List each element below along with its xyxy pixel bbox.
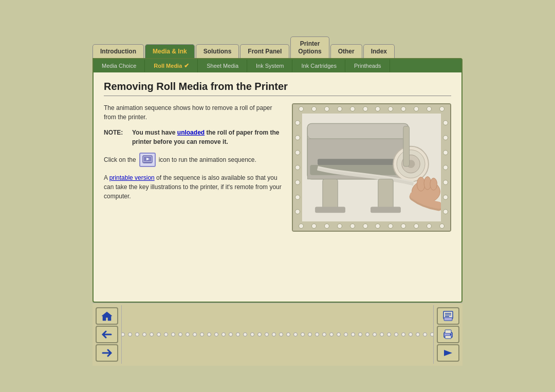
fs-hole <box>293 332 298 337</box>
film-hole <box>324 223 329 229</box>
svg-rect-18 <box>323 179 338 209</box>
fs-hole <box>200 332 204 337</box>
content-area: Removing Roll Media from the Printer The… <box>94 72 461 302</box>
fs-hole <box>214 332 218 337</box>
filmstrip-bar <box>122 327 433 342</box>
animation-icon[interactable] <box>139 153 156 167</box>
sec-tab-sheet-media[interactable]: Sheet Media <box>198 60 247 72</box>
sec-tab-roll-media[interactable]: Roll Media ✔ <box>145 59 198 72</box>
svg-rect-3 <box>144 162 151 163</box>
sec-tab-ink-cartridges[interactable]: Ink Cartridges <box>293 60 345 72</box>
film-hole <box>295 209 300 214</box>
fs-hole <box>409 332 413 337</box>
sec-tab-media-choice[interactable]: Media Choice <box>94 60 145 72</box>
fs-hole <box>272 332 276 337</box>
fs-hole <box>207 332 211 337</box>
film-hole <box>443 165 448 170</box>
empty-space <box>104 232 451 293</box>
film-hole <box>443 135 448 140</box>
fs-hole <box>178 332 182 337</box>
next-button[interactable] <box>437 344 459 362</box>
film-hole <box>443 180 448 185</box>
fs-hole <box>128 332 132 337</box>
content-layout: The animation sequence shows how to remo… <box>104 103 451 232</box>
svg-rect-20 <box>315 207 345 213</box>
film-hole <box>295 195 300 200</box>
film-hole <box>427 223 432 229</box>
film-hole <box>427 106 432 111</box>
print-index-button[interactable] <box>437 307 459 325</box>
back-button[interactable] <box>96 326 118 343</box>
film-hole <box>311 223 317 229</box>
sec-tab-ink-system[interactable]: Ink System <box>248 60 292 72</box>
fs-hole <box>387 332 391 337</box>
svg-point-32 <box>450 333 452 335</box>
film-hole <box>295 120 300 125</box>
film-hole <box>414 223 419 229</box>
fs-hole <box>186 332 190 337</box>
svg-rect-31 <box>445 335 451 339</box>
unloaded-link[interactable]: unloaded <box>177 129 205 136</box>
svg-marker-23 <box>102 312 112 321</box>
film-hole <box>295 180 300 185</box>
film-hole <box>388 223 393 229</box>
svg-rect-21 <box>371 207 401 213</box>
fs-hole <box>236 332 240 337</box>
fs-hole <box>135 332 139 337</box>
fs-hole <box>257 332 262 337</box>
film-hole <box>363 223 368 229</box>
tab-introduction[interactable]: Introduction <box>92 44 144 58</box>
click-before-text: Click on the <box>104 155 136 164</box>
svg-point-17 <box>430 178 437 190</box>
sec-tab-printheads[interactable]: Printheads <box>346 60 390 72</box>
fs-hole <box>243 332 247 337</box>
note-label: NOTE: <box>104 128 127 146</box>
note-text: You must have unloaded the roll of paper… <box>132 128 284 146</box>
film-hole <box>295 165 300 170</box>
tab-printer-options[interactable]: PrinterOptions <box>290 36 329 58</box>
home-button[interactable] <box>96 307 118 325</box>
fs-hole <box>250 332 254 337</box>
film-hole <box>375 106 380 111</box>
tab-front-panel[interactable]: Front Panel <box>240 44 289 58</box>
fs-hole <box>229 332 233 337</box>
tab-solutions[interactable]: Solutions <box>196 44 239 58</box>
fs-hole <box>221 332 226 337</box>
fs-hole <box>337 332 341 337</box>
svg-rect-22 <box>403 126 410 166</box>
film-hole <box>439 223 445 229</box>
fs-hole <box>164 332 168 337</box>
fs-hole <box>265 332 269 337</box>
fs-hole <box>286 332 290 337</box>
svg-rect-28 <box>444 318 452 321</box>
fs-hole <box>344 332 348 337</box>
film-hole <box>311 106 317 111</box>
film-hole <box>414 106 419 111</box>
fs-hole <box>157 332 161 337</box>
click-after-text: icon to run the animation sequence. <box>159 155 256 164</box>
film-strip-left <box>293 114 302 221</box>
tab-media-ink[interactable]: Media & Ink <box>145 44 195 58</box>
film-hole <box>295 135 300 140</box>
fs-hole <box>279 332 283 337</box>
film-hole <box>443 150 448 155</box>
fs-hole <box>171 332 175 337</box>
fs-hole <box>122 332 125 337</box>
fs-hole <box>308 332 312 337</box>
fs-hole <box>380 332 384 337</box>
note-row: NOTE: You must have unloaded the roll of… <box>104 128 284 146</box>
print-button[interactable] <box>437 326 459 343</box>
fs-hole <box>358 332 362 337</box>
fs-hole <box>351 332 355 337</box>
left-buttons <box>92 305 122 364</box>
svg-rect-19 <box>378 179 393 209</box>
film-hole <box>443 209 448 214</box>
main-container: Media Choice Roll Media ✔ Sheet Media In… <box>92 58 462 303</box>
tab-other[interactable]: Other <box>330 44 362 58</box>
film-hole <box>443 120 448 125</box>
tab-index[interactable]: Index <box>363 44 395 58</box>
printable-version-link[interactable]: printable version <box>109 174 155 181</box>
fs-hole <box>193 332 197 337</box>
forward-button[interactable] <box>96 344 118 362</box>
svg-rect-8 <box>318 159 398 165</box>
